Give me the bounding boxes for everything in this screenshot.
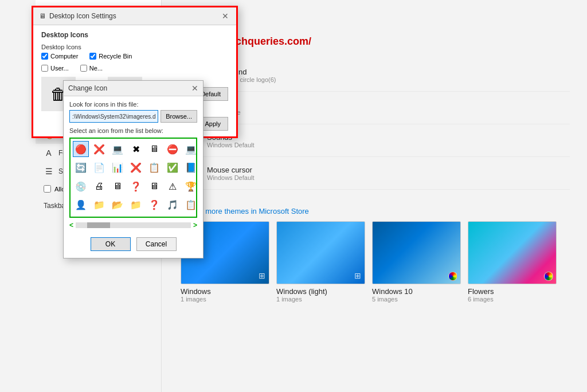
icon-cell-empty2[interactable] <box>201 160 217 176</box>
options-panel: 🖼 Background handdrawn circle logo(6) 🎨 … <box>181 59 570 190</box>
icon-cell-21[interactable]: 👤 <box>73 197 89 213</box>
change-icon-titlebar: Change Icon ✕ <box>64 81 203 96</box>
icon-cell-15[interactable]: 🖨 <box>91 178 107 194</box>
theme-windows10[interactable]: Windows 10 5 images <box>372 221 461 303</box>
icon-cell-0[interactable]: 🔴 <box>73 141 89 157</box>
icon-cell-19[interactable]: ⚠ <box>165 178 181 194</box>
icon-cell-3[interactable]: ✖ <box>128 141 144 157</box>
icon-cell-27[interactable]: 📋 <box>183 197 199 213</box>
watermark-url: https://alltechqueries.com/ <box>181 36 570 48</box>
flowers-color-dot <box>544 272 553 281</box>
change-icon-title: Change Icon <box>68 84 107 92</box>
windows10-color-dot <box>448 272 457 281</box>
icon-cell-4[interactable]: 🖥 <box>146 141 162 157</box>
theme-windows10-count: 5 images <box>372 296 461 303</box>
desktop-icons-section-title: Desktop Icons <box>41 31 228 39</box>
desktop-icon-titlebar: 🖥 Desktop Icon Settings ✕ <box>33 7 236 25</box>
desktop-icon-title: 🖥 Desktop Icon Settings <box>39 12 116 20</box>
option-color[interactable]: 🎨 Color Default blue <box>181 92 570 124</box>
change-icon-dialog: Change Icon ✕ Look for icons in this fil… <box>63 80 204 258</box>
scroll-left-arrow[interactable]: < <box>69 221 73 229</box>
change-icon-file-input[interactable] <box>69 110 158 123</box>
icon-cell-7[interactable]: 🔄 <box>73 160 89 176</box>
icon-cell-13[interactable]: 📘 <box>183 160 199 176</box>
recycle-label: Recycle Bin <box>99 53 132 60</box>
user-label: User... <box>50 65 69 72</box>
icon-cell-10[interactable]: ❌ <box>128 160 144 176</box>
icon-cell-14[interactable]: 💿 <box>73 178 89 194</box>
main-header: ustom <box>181 11 570 26</box>
icon-scrollbar[interactable] <box>76 222 191 228</box>
change-icon-select-label: Select an icon from the list below: <box>69 127 197 134</box>
theme-windows-name: Windows <box>181 287 269 296</box>
theme-windows10-thumb <box>372 221 461 284</box>
checkbox-computer[interactable]: Computer <box>41 53 78 60</box>
icon-cell-empty1[interactable] <box>201 141 217 157</box>
icon-cell-17[interactable]: ❓ <box>128 178 144 194</box>
theme-windows-light-count: 1 images <box>276 296 365 303</box>
theme-windows-light[interactable]: ⊞ Windows (light) 1 images <box>276 221 365 303</box>
icon-cell-6[interactable]: 💻 <box>183 141 199 157</box>
user-checkbox[interactable] <box>41 65 48 72</box>
option-background[interactable]: 🖼 Background handdrawn circle logo(6) <box>181 59 570 92</box>
computer-checkbox[interactable] <box>41 53 48 60</box>
start-icon: ☰ <box>44 167 54 176</box>
change-icon-grid: 🔴 ❌ 💻 ✖ 🖥 ⛔ 💻 🔄 📄 📊 ❌ 📋 ✅ 📘 💿 🖨 🖥 ❓ 🖥 ⚠ <box>69 138 197 218</box>
checkbox-container2: User... Ne... <box>41 65 228 73</box>
icon-cell-8[interactable]: 📄 <box>91 160 107 176</box>
change-icon-browse-button[interactable]: Browse... <box>161 110 197 123</box>
desktop-icons-label: Desktop Icons <box>41 44 228 50</box>
theme-windows-light-name: Windows (light) <box>276 287 365 296</box>
icon-cell-26[interactable]: 🎵 <box>165 197 181 213</box>
windows-logo-icon: ⊞ <box>259 271 265 280</box>
change-icon-cancel-button[interactable]: Cancel <box>136 237 177 251</box>
icon-cell-25[interactable]: ❓ <box>146 197 162 213</box>
icon-cell-5[interactable]: ⛔ <box>165 141 181 157</box>
ms-store-section: ⊞ Get more themes in Microsoft Store <box>181 207 570 215</box>
checkbox-recycle[interactable]: Recycle Bin <box>89 53 132 60</box>
ne-label: Ne... <box>89 65 103 72</box>
icon-cell-empty4[interactable] <box>201 197 217 213</box>
icon-cell-9[interactable]: 📊 <box>109 160 126 176</box>
icon-cell-11[interactable]: 📋 <box>146 160 162 176</box>
theme-windows10-name: Windows 10 <box>372 287 461 296</box>
theme-windows-count: 1 images <box>181 296 269 303</box>
change-icon-scroll-row: < > <box>69 221 197 229</box>
checkbox-ne[interactable]: Ne... <box>80 65 103 72</box>
allow-checkbox[interactable] <box>44 185 51 193</box>
checkbox-user[interactable]: User... <box>41 65 69 72</box>
scroll-right-arrow[interactable]: > <box>193 221 197 229</box>
change-icon-file-label: Look for icons in this file: <box>69 101 197 108</box>
change-icon-ok-button[interactable]: OK <box>91 237 131 251</box>
checkbox-container: Computer Recycle Bin <box>41 53 228 61</box>
icon-cell-20[interactable]: 🏆 <box>183 178 199 194</box>
option-mouse[interactable]: 🖱 Mouse cursor Windows Default <box>181 157 570 190</box>
theme-flowers[interactable]: Flowers 6 images <box>468 221 557 303</box>
fonts-icon: A <box>44 148 54 158</box>
theme-flowers-name: Flowers <box>468 287 557 296</box>
icon-cell-16[interactable]: 🖥 <box>109 178 126 194</box>
change-icon-close-button[interactable]: ✕ <box>191 84 198 93</box>
change-icon-body: Look for icons in this file: Browse... S… <box>64 96 203 258</box>
desktop-icon-close-button[interactable]: ✕ <box>220 11 230 21</box>
icon-cell-24[interactable]: 📁 <box>128 197 144 213</box>
theme-windows-light-thumb: ⊞ <box>276 221 365 284</box>
computer-label: Computer <box>50 53 78 60</box>
icon-cell-23[interactable]: 📂 <box>109 197 126 213</box>
theme-flowers-count: 6 images <box>468 296 557 303</box>
icon-cell-2[interactable]: 💻 <box>109 141 126 157</box>
monitor-icon: 🖥 <box>39 12 46 20</box>
icon-cell-1[interactable]: ❌ <box>91 141 107 157</box>
windows-light-logo-icon: ⊞ <box>354 271 361 280</box>
scrollbar-thumb <box>87 222 110 228</box>
icon-cell-12[interactable]: ✅ <box>165 160 181 176</box>
icon-cell-22[interactable]: 📁 <box>91 197 107 213</box>
ne-checkbox[interactable] <box>80 65 87 72</box>
icon-cell-empty3[interactable] <box>201 178 217 194</box>
recycle-checkbox[interactable] <box>89 53 96 60</box>
icon-cell-18[interactable]: 🖥 <box>146 178 162 194</box>
option-sounds[interactable]: 🔊 Sounds Windows Default <box>181 124 570 157</box>
change-icon-file-row: Browse... <box>69 110 197 123</box>
theme-flowers-thumb <box>468 221 557 284</box>
desktop-icon-title-text: Desktop Icon Settings <box>49 12 116 20</box>
